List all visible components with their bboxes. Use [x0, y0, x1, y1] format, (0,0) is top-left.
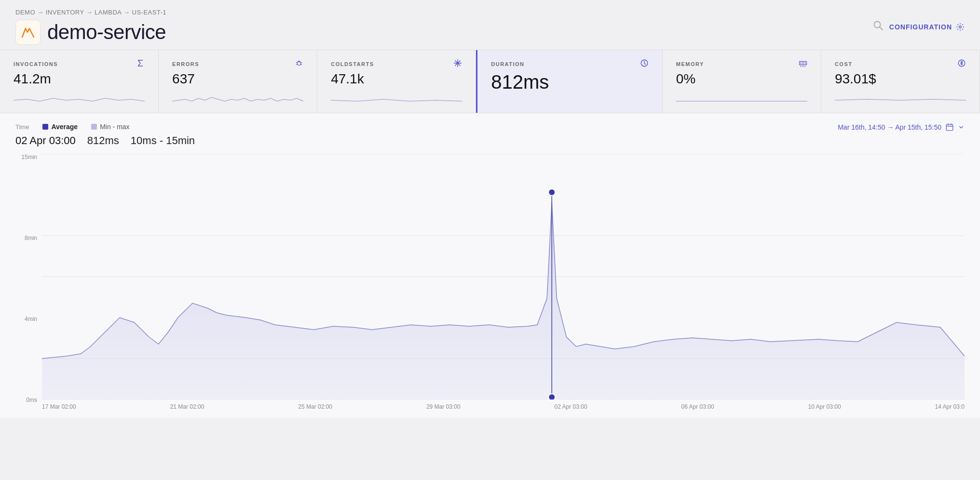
svg-line-5	[296, 63, 297, 63]
page-title: demo-service	[47, 21, 166, 44]
minmax-legend-label: Min - max	[100, 123, 129, 131]
minmax-dot	[91, 124, 97, 130]
time-info-time: 02 Apr 03:00	[15, 134, 76, 147]
y-axis: 15min 8min 4min 0ms	[15, 154, 42, 418]
errors-sparkline	[172, 91, 303, 104]
average-dot	[42, 124, 48, 130]
metric-errors: ERRORS 637	[159, 50, 317, 113]
chart-time-info: 02 Apr 03:00 812ms 10ms - 15min	[15, 134, 195, 147]
coldstarts-value: 47.1k	[331, 71, 462, 87]
errors-value: 637	[172, 71, 303, 87]
svg-line-1	[880, 27, 883, 30]
chart-section: Time Average Min - max 02 Apr 03:00 812m…	[0, 113, 980, 418]
main-chart-svg	[42, 154, 965, 400]
page-header: DEMO → INVENTORY → LAMBDA → US-EAST-1 de…	[0, 0, 980, 50]
x-label-2: 25 Mar 02:00	[298, 403, 332, 410]
memory-value: 0%	[676, 71, 807, 87]
bug-icon	[295, 59, 303, 69]
svg-point-13	[457, 63, 459, 64]
duration-label: DURATION	[491, 61, 524, 67]
date-range-text: Mar 16th, 14:50 → Apr 15th, 15:50	[838, 123, 941, 131]
search-icon[interactable]	[873, 20, 884, 33]
svg-rect-25	[946, 124, 953, 131]
x-label-4: 02 Apr 03:00	[555, 403, 587, 410]
clock-icon	[640, 59, 649, 69]
header-left: DEMO → INVENTORY → LAMBDA → US-EAST-1 de…	[15, 9, 166, 45]
metric-duration: DURATION 812ms	[476, 50, 663, 113]
cost-sparkline	[835, 91, 966, 104]
invocations-value: 41.2m	[14, 71, 145, 87]
time-value: 02 Apr 03:00	[15, 134, 76, 147]
svg-rect-15	[799, 61, 806, 65]
lambda-logo	[15, 20, 41, 45]
invocations-label: INVOCATIONS	[14, 61, 58, 67]
time-label: Time	[15, 123, 29, 131]
chart-container: 15min 8min 4min 0ms	[15, 154, 965, 418]
x-label-7: 14 Apr 03:0	[935, 403, 965, 410]
chart-legend-left: Time Average Min - max 02 Apr 03:00 812m…	[15, 123, 195, 147]
minmax-legend: Min - max	[91, 123, 129, 131]
metrics-bar: INVOCATIONS 41.2m ERRORS	[0, 50, 980, 113]
y-label-15min: 15min	[15, 154, 42, 160]
time-info-average: 812ms	[87, 134, 119, 147]
y-label-0ms: 0ms	[15, 397, 42, 403]
x-label-3: 29 Mar 03:00	[426, 403, 461, 410]
x-label-0: 17 Mar 02:00	[42, 403, 76, 410]
svg-line-8	[301, 64, 302, 65]
chart-header: Time Average Min - max 02 Apr 03:00 812m…	[15, 123, 965, 147]
duration-value: 812ms	[491, 71, 649, 93]
invocations-sparkline	[14, 91, 145, 104]
coldstarts-sparkline	[331, 91, 462, 104]
time-legend: Time	[15, 123, 29, 131]
cost-value: 93.01$	[835, 71, 966, 87]
metric-memory: MEMORY 0%	[663, 50, 821, 113]
breadcrumb: DEMO → INVENTORY → LAMBDA → US-EAST-1	[15, 9, 166, 16]
cost-label: COST	[835, 61, 853, 67]
svg-point-35	[548, 189, 555, 196]
x-label-6: 10 Apr 03:00	[808, 403, 841, 410]
svg-line-7	[296, 64, 297, 65]
date-range-picker[interactable]: Mar 16th, 14:50 → Apr 15th, 15:50	[838, 123, 965, 132]
coldstarts-label: COLDSTARTS	[331, 61, 374, 67]
y-label-4min: 4min	[15, 316, 42, 322]
average-legend: Average	[42, 123, 78, 131]
svg-point-2	[959, 26, 962, 28]
metric-coldstarts: COLDSTARTS 47.1k	[317, 50, 476, 113]
average-legend-label: Average	[51, 123, 78, 131]
average-value-display: 812ms	[87, 134, 119, 147]
memory-sparkline	[676, 91, 807, 104]
x-label-5: 06 Apr 03:00	[681, 403, 714, 410]
chart-plot-area: 17 Mar 02:00 21 Mar 02:00 25 Mar 02:00 2…	[42, 154, 965, 418]
svg-point-36	[548, 394, 555, 400]
svg-point-3	[297, 62, 301, 66]
metric-cost: COST 93.01$	[821, 50, 980, 113]
title-row: demo-service	[15, 20, 166, 45]
dollar-icon	[957, 59, 966, 69]
svg-line-6	[301, 63, 302, 63]
header-right: CONFIGURATION	[873, 20, 965, 33]
legend-items: Time Average Min - max	[15, 123, 195, 131]
memory-icon	[799, 59, 807, 69]
time-info-minmax: 10ms - 15min	[131, 134, 195, 147]
errors-label: ERRORS	[172, 61, 199, 67]
x-label-1: 21 Mar 02:00	[170, 403, 204, 410]
metric-invocations: INVOCATIONS 41.2m	[0, 50, 159, 113]
y-label-8min: 8min	[15, 235, 42, 241]
x-axis: 17 Mar 02:00 21 Mar 02:00 25 Mar 02:00 2…	[42, 401, 965, 418]
configuration-link[interactable]: CONFIGURATION	[889, 23, 965, 31]
minmax-value-display: 10ms - 15min	[131, 134, 195, 147]
snowflake-icon	[453, 59, 462, 69]
memory-label: MEMORY	[676, 61, 704, 67]
sigma-icon	[136, 59, 145, 69]
